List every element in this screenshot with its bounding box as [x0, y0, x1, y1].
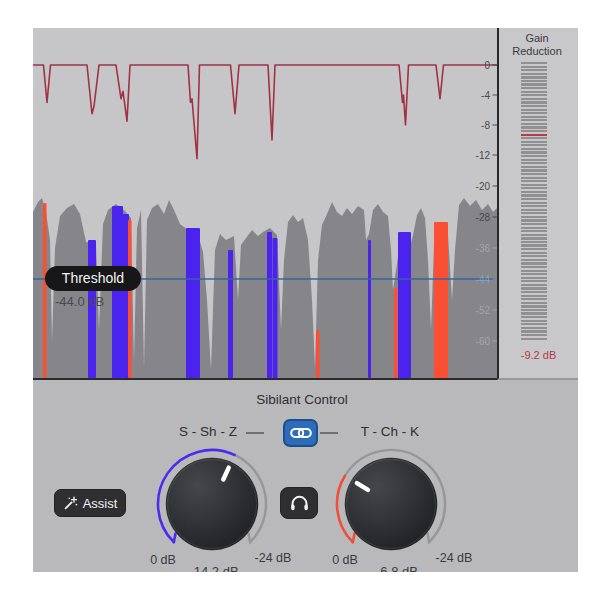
svg-text:0: 0	[484, 60, 490, 71]
waveform-canvas: 0-4-8-12-20-28-36-44-52-60	[33, 28, 497, 378]
assist-button-label: Assist	[83, 496, 118, 511]
wand-icon	[63, 496, 78, 511]
knob-min-label: 0 dB	[150, 553, 176, 567]
knob-max-label: -24 dB	[436, 551, 473, 565]
threshold-handle[interactable]: Threshold	[45, 266, 141, 291]
gain-reduction-meter: Gain Reduction -9.2 dB	[497, 28, 578, 380]
meter-readout: -9.2 dB	[499, 349, 578, 361]
knob-max-label: -24 dB	[255, 551, 292, 565]
svg-text:-44: -44	[476, 274, 491, 285]
meter-bar	[521, 62, 547, 341]
threshold-value: -44.0 dB	[55, 294, 104, 309]
knob-min-label: 0 dB	[332, 553, 358, 567]
svg-text:-60: -60	[476, 336, 491, 347]
svg-text:-36: -36	[476, 243, 491, 254]
link-icon	[290, 427, 312, 439]
svg-text:-4: -4	[481, 90, 490, 101]
band-label-s-sh-z: S - Sh - Z	[179, 424, 237, 439]
waveform-display: 0-4-8-12-20-28-36-44-52-60 Threshold -44…	[33, 28, 497, 380]
deesser-plugin-window: 0-4-8-12-20-28-36-44-52-60 Threshold -44…	[33, 28, 578, 572]
knob-s-sh-z[interactable]	[147, 439, 277, 569]
headphones-icon	[290, 495, 309, 511]
svg-text:-12: -12	[476, 150, 491, 161]
assist-button[interactable]: Assist	[54, 489, 126, 517]
knob-value-label: -14.2 dB	[189, 564, 238, 572]
band-label-t-ch-k: T - Ch - K	[361, 424, 419, 439]
sibilant-control-section: Sibilant Control S - Sh - Z T - Ch - K	[33, 380, 578, 572]
svg-text:-52: -52	[476, 305, 491, 316]
link-line	[246, 432, 264, 434]
monitor-button[interactable]	[280, 487, 318, 519]
link-line	[320, 432, 338, 434]
svg-text:-20: -20	[476, 181, 491, 192]
knob-t-ch-k[interactable]	[326, 439, 456, 569]
link-bands-button[interactable]	[283, 419, 318, 447]
meter-title: Gain Reduction	[505, 32, 569, 58]
section-title: Sibilant Control	[256, 392, 348, 407]
knob-value-label: -6.8 dB	[376, 564, 418, 572]
svg-text:-28: -28	[476, 212, 491, 223]
svg-text:-8: -8	[481, 120, 490, 131]
